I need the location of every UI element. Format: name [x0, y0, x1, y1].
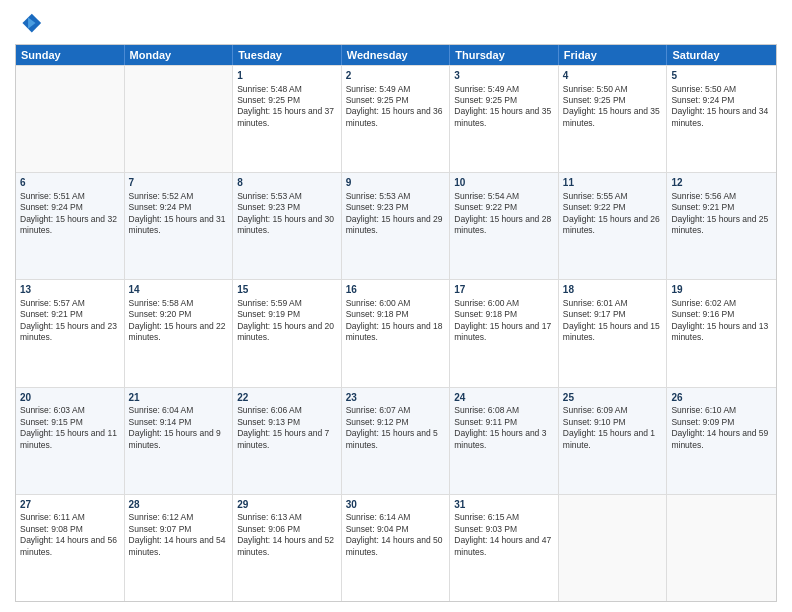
day-info-line: Sunrise: 6:10 AM: [671, 405, 772, 416]
day-info-line: Sunset: 9:25 PM: [346, 95, 446, 106]
day-info-line: Sunset: 9:21 PM: [671, 202, 772, 213]
day-info-line: Sunset: 9:09 PM: [671, 417, 772, 428]
day-info-line: Daylight: 15 hours and 35 minutes.: [454, 106, 554, 129]
calendar: SundayMondayTuesdayWednesdayThursdayFrid…: [15, 44, 777, 602]
day-info-line: Sunrise: 6:14 AM: [346, 512, 446, 523]
day-info-line: Daylight: 15 hours and 29 minutes.: [346, 214, 446, 237]
day-number: 27: [20, 498, 120, 512]
calendar-row: 20Sunrise: 6:03 AMSunset: 9:15 PMDayligh…: [16, 387, 776, 494]
day-number: 5: [671, 69, 772, 83]
day-info-line: Sunrise: 6:09 AM: [563, 405, 663, 416]
calendar-day-cell: 18Sunrise: 6:01 AMSunset: 9:17 PMDayligh…: [559, 280, 668, 386]
day-info-line: Daylight: 15 hours and 17 minutes.: [454, 321, 554, 344]
day-info-line: Sunset: 9:21 PM: [20, 309, 120, 320]
day-info-line: Sunset: 9:04 PM: [346, 524, 446, 535]
day-info-line: Daylight: 15 hours and 3 minutes.: [454, 428, 554, 451]
day-info-line: Daylight: 15 hours and 25 minutes.: [671, 214, 772, 237]
page: SundayMondayTuesdayWednesdayThursdayFrid…: [0, 0, 792, 612]
day-info-line: Daylight: 15 hours and 7 minutes.: [237, 428, 337, 451]
day-number: 14: [129, 283, 229, 297]
calendar-header-cell: Tuesday: [233, 45, 342, 65]
calendar-day-cell: 30Sunrise: 6:14 AMSunset: 9:04 PMDayligh…: [342, 495, 451, 601]
day-info-line: Sunrise: 5:58 AM: [129, 298, 229, 309]
calendar-day-cell: 20Sunrise: 6:03 AMSunset: 9:15 PMDayligh…: [16, 388, 125, 494]
day-number: 6: [20, 176, 120, 190]
calendar-day-cell: 12Sunrise: 5:56 AMSunset: 9:21 PMDayligh…: [667, 173, 776, 279]
calendar-header-cell: Thursday: [450, 45, 559, 65]
day-info-line: Daylight: 15 hours and 34 minutes.: [671, 106, 772, 129]
day-info-line: Daylight: 15 hours and 1 minute.: [563, 428, 663, 451]
calendar-day-cell: 13Sunrise: 5:57 AMSunset: 9:21 PMDayligh…: [16, 280, 125, 386]
calendar-day-cell: 16Sunrise: 6:00 AMSunset: 9:18 PMDayligh…: [342, 280, 451, 386]
calendar-empty-cell: [16, 66, 125, 172]
day-info-line: Daylight: 15 hours and 5 minutes.: [346, 428, 446, 451]
day-info-line: Sunrise: 5:49 AM: [454, 84, 554, 95]
day-info-line: Sunset: 9:13 PM: [237, 417, 337, 428]
day-info-line: Sunset: 9:24 PM: [671, 95, 772, 106]
day-number: 1: [237, 69, 337, 83]
calendar-header-cell: Saturday: [667, 45, 776, 65]
day-info-line: Sunrise: 6:11 AM: [20, 512, 120, 523]
calendar-day-cell: 3Sunrise: 5:49 AMSunset: 9:25 PMDaylight…: [450, 66, 559, 172]
calendar-day-cell: 9Sunrise: 5:53 AMSunset: 9:23 PMDaylight…: [342, 173, 451, 279]
day-info-line: Daylight: 15 hours and 28 minutes.: [454, 214, 554, 237]
calendar-day-cell: 15Sunrise: 5:59 AMSunset: 9:19 PMDayligh…: [233, 280, 342, 386]
day-info-line: Sunset: 9:25 PM: [563, 95, 663, 106]
day-info-line: Sunset: 9:07 PM: [129, 524, 229, 535]
day-info-line: Sunrise: 6:13 AM: [237, 512, 337, 523]
day-info-line: Sunrise: 6:07 AM: [346, 405, 446, 416]
calendar-day-cell: 26Sunrise: 6:10 AMSunset: 9:09 PMDayligh…: [667, 388, 776, 494]
day-info-line: Daylight: 15 hours and 11 minutes.: [20, 428, 120, 451]
day-info-line: Sunset: 9:11 PM: [454, 417, 554, 428]
day-number: 13: [20, 283, 120, 297]
day-info-line: Daylight: 15 hours and 37 minutes.: [237, 106, 337, 129]
calendar-body: 1Sunrise: 5:48 AMSunset: 9:25 PMDaylight…: [16, 65, 776, 601]
day-info-line: Sunset: 9:08 PM: [20, 524, 120, 535]
day-info-line: Sunset: 9:22 PM: [454, 202, 554, 213]
calendar-day-cell: 25Sunrise: 6:09 AMSunset: 9:10 PMDayligh…: [559, 388, 668, 494]
day-info-line: Sunset: 9:15 PM: [20, 417, 120, 428]
day-info-line: Sunrise: 5:53 AM: [346, 191, 446, 202]
day-number: 23: [346, 391, 446, 405]
day-number: 12: [671, 176, 772, 190]
day-number: 24: [454, 391, 554, 405]
day-info-line: Sunset: 9:18 PM: [454, 309, 554, 320]
calendar-day-cell: 24Sunrise: 6:08 AMSunset: 9:11 PMDayligh…: [450, 388, 559, 494]
day-info-line: Sunrise: 5:54 AM: [454, 191, 554, 202]
day-info-line: Sunset: 9:16 PM: [671, 309, 772, 320]
day-info-line: Sunset: 9:06 PM: [237, 524, 337, 535]
day-number: 11: [563, 176, 663, 190]
day-info-line: Daylight: 15 hours and 31 minutes.: [129, 214, 229, 237]
day-number: 8: [237, 176, 337, 190]
calendar-day-cell: 22Sunrise: 6:06 AMSunset: 9:13 PMDayligh…: [233, 388, 342, 494]
day-info-line: Daylight: 15 hours and 13 minutes.: [671, 321, 772, 344]
day-info-line: Sunrise: 6:08 AM: [454, 405, 554, 416]
calendar-day-cell: 31Sunrise: 6:15 AMSunset: 9:03 PMDayligh…: [450, 495, 559, 601]
day-info-line: Sunrise: 5:56 AM: [671, 191, 772, 202]
day-info-line: Sunset: 9:10 PM: [563, 417, 663, 428]
day-info-line: Sunrise: 6:06 AM: [237, 405, 337, 416]
day-info-line: Sunset: 9:25 PM: [454, 95, 554, 106]
day-info-line: Daylight: 14 hours and 56 minutes.: [20, 535, 120, 558]
calendar-header-cell: Friday: [559, 45, 668, 65]
day-number: 7: [129, 176, 229, 190]
day-info-line: Sunrise: 5:55 AM: [563, 191, 663, 202]
calendar-row: 6Sunrise: 5:51 AMSunset: 9:24 PMDaylight…: [16, 172, 776, 279]
day-number: 22: [237, 391, 337, 405]
logo: [15, 10, 47, 38]
day-info-line: Sunrise: 6:03 AM: [20, 405, 120, 416]
calendar-row: 1Sunrise: 5:48 AMSunset: 9:25 PMDaylight…: [16, 65, 776, 172]
day-number: 25: [563, 391, 663, 405]
calendar-day-cell: 27Sunrise: 6:11 AMSunset: 9:08 PMDayligh…: [16, 495, 125, 601]
day-info-line: Daylight: 14 hours and 50 minutes.: [346, 535, 446, 558]
day-info-line: Sunset: 9:12 PM: [346, 417, 446, 428]
calendar-day-cell: 23Sunrise: 6:07 AMSunset: 9:12 PMDayligh…: [342, 388, 451, 494]
calendar-day-cell: 21Sunrise: 6:04 AMSunset: 9:14 PMDayligh…: [125, 388, 234, 494]
day-number: 4: [563, 69, 663, 83]
day-number: 20: [20, 391, 120, 405]
calendar-day-cell: 11Sunrise: 5:55 AMSunset: 9:22 PMDayligh…: [559, 173, 668, 279]
day-info-line: Sunrise: 5:53 AM: [237, 191, 337, 202]
calendar-header-cell: Sunday: [16, 45, 125, 65]
day-info-line: Sunset: 9:19 PM: [237, 309, 337, 320]
day-info-line: Daylight: 14 hours and 54 minutes.: [129, 535, 229, 558]
